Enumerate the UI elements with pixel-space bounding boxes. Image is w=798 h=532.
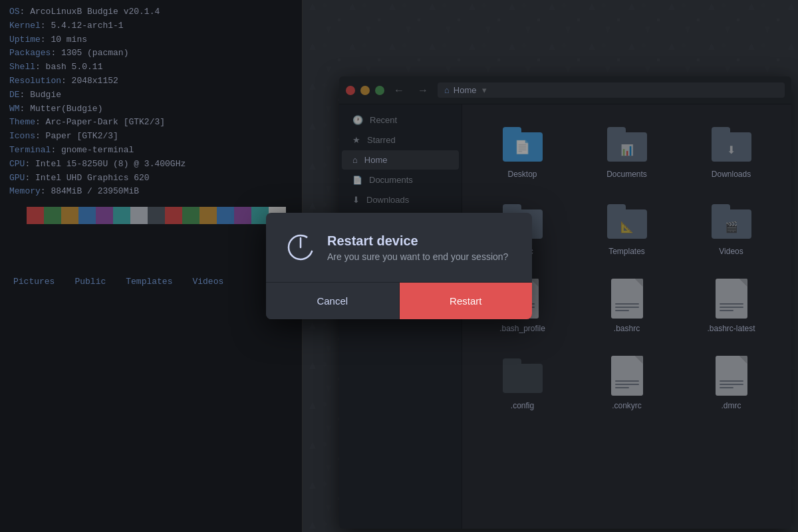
- dialog-header: Restart device Are you sure you want to …: [266, 213, 532, 274]
- cancel-button[interactable]: Cancel: [266, 283, 400, 319]
- desktop: OS: ArcoLinuxB Budgie v20.1.4 Kernel: 5.…: [0, 0, 798, 532]
- dialog-overlay: Restart device Are you sure you want to …: [0, 0, 798, 532]
- power-svg: [287, 234, 314, 261]
- restart-dialog: Restart device Are you sure you want to …: [266, 213, 532, 319]
- dialog-buttons: Cancel Restart: [266, 282, 532, 319]
- dialog-title: Restart device: [327, 233, 508, 249]
- dialog-text: Restart device Are you sure you want to …: [327, 233, 508, 262]
- restart-button[interactable]: Restart: [400, 283, 533, 319]
- power-icon: [285, 231, 317, 263]
- dialog-message: Are you sure you want to end your sessio…: [327, 251, 508, 262]
